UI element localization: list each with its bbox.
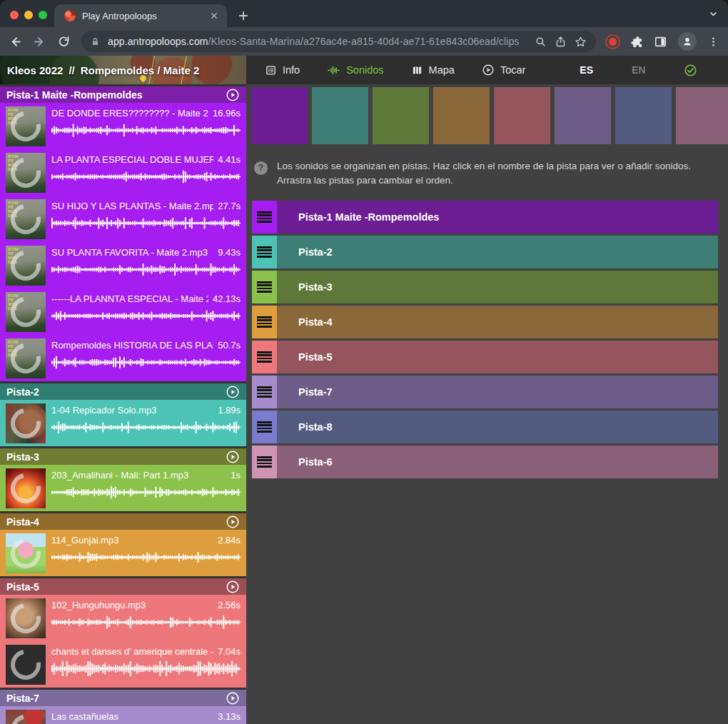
clip[interactable]: ROM PE MOL DESDE DONDE ERES???????? - Ma… <box>0 103 246 149</box>
clip-thumbnail <box>6 645 46 685</box>
clip-duration: 2.56s <box>218 600 241 610</box>
track-row-label: Pista-1 Maite -Rompemoldes <box>298 211 439 223</box>
drag-handle[interactable] <box>252 201 277 233</box>
tab-search-button[interactable] <box>707 8 719 20</box>
track-row-body[interactable]: Pista-5 <box>277 341 718 373</box>
clip[interactable]: ROM PE MOL DESSU PLANTA FAVORITA - Maite… <box>0 242 246 288</box>
clip[interactable]: 1-04 Repicador Solo.mp31.89s <box>0 400 246 446</box>
track-header[interactable]: Pista-5 <box>0 578 246 595</box>
track-row-body[interactable]: Pista-8 <box>277 411 718 443</box>
drag-handle[interactable] <box>252 306 277 338</box>
forward-button[interactable] <box>33 35 46 49</box>
url-bar[interactable]: app.antropoloops.com/Kleos-Santa-Marina/… <box>81 31 596 52</box>
clip-info: ------LA PLANNTA ESPECIAL - Maite 2.mp34… <box>51 293 241 304</box>
track-title: Pista-2 <box>6 386 39 398</box>
clip-duration: 42.13s <box>213 293 241 304</box>
breadcrumb[interactable]: Kleos 2022//Rompemoldes / Maite 2 <box>7 64 199 76</box>
track-play-button[interactable] <box>226 691 240 705</box>
extensions-icon[interactable] <box>630 35 643 49</box>
track-play-button[interactable] <box>226 580 240 594</box>
clip[interactable]: 102_Hunguhungu.mp32.56s <box>0 595 246 641</box>
track-play-button[interactable] <box>226 88 240 102</box>
tab-title: Play Antropoloops <box>82 11 202 21</box>
clip[interactable]: 203_Amalihani - Mali: Part 1.mp31s <box>0 465 246 511</box>
clip[interactable]: ROM PE MOL DESSU HIJO Y LAS PLANTAS - Ma… <box>0 196 246 242</box>
track-row[interactable]: Pista-4 <box>252 306 718 338</box>
track-row[interactable]: Pista-3 <box>252 271 718 303</box>
bookmark-star-icon[interactable] <box>575 36 587 48</box>
browser-tab[interactable]: Play Antropoloops <box>54 4 227 27</box>
tab-mapa[interactable]: Mapa <box>411 64 455 76</box>
side-panel-icon[interactable] <box>654 35 667 49</box>
track-row-body[interactable]: Pista-6 <box>277 446 718 478</box>
traffic-light-zoom[interactable] <box>39 11 47 19</box>
track-play-button[interactable] <box>226 385 240 399</box>
share-icon[interactable] <box>555 36 567 48</box>
track-row-label: Pista-2 <box>298 246 333 258</box>
breadcrumb-project[interactable]: Kleos 2022 <box>7 64 63 76</box>
track-row[interactable]: Pista-7 <box>252 376 718 408</box>
play-circle-icon <box>226 515 240 529</box>
track-section: Pista-21-04 Repicador Solo.mp31.89s <box>0 383 246 446</box>
thumbnail-text: ROM PE MOL DES <box>8 293 19 311</box>
clip-thumbnail: ROM PE MOL DES <box>6 106 46 146</box>
help-row: ? Los sonidos se organizan en pistas. Ha… <box>254 159 721 188</box>
track-header[interactable]: Pista-2 <box>0 383 246 400</box>
clip[interactable]: 114_Gunjai.mp32.84s <box>0 530 246 576</box>
track-section: Pista-5102_Hunguhungu.mp32.56schants et … <box>0 578 246 688</box>
clip[interactable]: Las castañuelas3.13s <box>0 706 246 724</box>
track-row-body[interactable]: Pista-4 <box>277 306 718 338</box>
track-row-body[interactable]: Pista-3 <box>277 271 718 303</box>
map-strip[interactable]: Kleos 2022//Rompemoldes / Maite 2 <box>0 56 246 84</box>
check-circle-icon <box>684 64 697 77</box>
back-button[interactable] <box>9 35 22 49</box>
thumbnail-text: ROM PE MOL DES <box>8 201 19 218</box>
track-row[interactable]: Pista-6 <box>252 446 718 478</box>
track-row[interactable]: Pista-2 <box>252 236 718 268</box>
track-header[interactable]: Pista-1 Maite -Rompemoldes <box>0 86 246 103</box>
drag-handle[interactable] <box>252 411 277 443</box>
tab-strip: Play Antropoloops <box>0 0 728 27</box>
zoom-page-icon[interactable] <box>535 36 547 48</box>
tab-tocar[interactable]: Tocar <box>482 64 525 76</box>
lang-en-button[interactable]: EN <box>632 64 645 76</box>
drag-handle[interactable] <box>252 446 277 478</box>
record-button[interactable] <box>609 38 617 46</box>
play-circle-icon <box>226 88 240 102</box>
reload-button[interactable] <box>57 35 71 49</box>
drag-handle[interactable] <box>252 236 277 268</box>
track-row-body[interactable]: Pista-2 <box>277 236 718 268</box>
clip-body: 203_Amalihani - Mali: Part 1.mp31s <box>51 468 241 511</box>
track-play-button[interactable] <box>226 515 240 529</box>
clip-info: 102_Hunguhungu.mp32.56s <box>51 600 241 610</box>
browser-menu-button[interactable] <box>707 36 719 48</box>
track-row[interactable]: Pista-1 Maite -Rompemoldes <box>252 201 718 233</box>
traffic-light-minimize[interactable] <box>24 11 33 19</box>
lang-es-button[interactable]: ES <box>580 64 593 76</box>
drag-handle[interactable] <box>252 341 277 373</box>
drag-handle[interactable] <box>252 376 277 408</box>
question-icon: ? <box>254 161 268 175</box>
track-clips: 102_Hunguhungu.mp32.56schants et danses … <box>0 595 246 688</box>
clip[interactable]: ROM PE MOL DES------LA PLANNTA ESPECIAL … <box>0 288 246 335</box>
tab-info[interactable]: Info <box>265 64 300 76</box>
clip[interactable]: ROM PE MOL DESRompemoldes HISTORIA DE LA… <box>0 335 246 381</box>
track-row[interactable]: Pista-5 <box>252 341 718 373</box>
tab-close-icon[interactable] <box>208 10 220 21</box>
traffic-light-close[interactable] <box>10 11 19 19</box>
drag-handle[interactable] <box>252 271 277 303</box>
new-tab-button[interactable] <box>237 9 250 22</box>
track-row-body[interactable]: Pista-7 <box>277 376 718 408</box>
clip[interactable]: chants et danses d' amerique centrale - … <box>0 641 246 688</box>
track-play-button[interactable] <box>226 450 240 464</box>
site-favicon-icon <box>64 10 76 21</box>
clip[interactable]: ROM PE MOL DESLA PLANTA ESPECIAL DOBLE M… <box>0 149 246 196</box>
track-header[interactable]: Pista-7 <box>0 690 246 706</box>
track-section: Pista-4114_Gunjai.mp32.84s <box>0 513 246 576</box>
tab-sonidos[interactable]: Sonidos <box>327 64 383 76</box>
profile-avatar[interactable] <box>678 32 697 51</box>
track-row-body[interactable]: Pista-1 Maite -Rompemoldes <box>277 201 718 233</box>
track-header[interactable]: Pista-4 <box>0 513 246 530</box>
track-header[interactable]: Pista-3 <box>0 448 246 465</box>
track-row[interactable]: Pista-8 <box>252 411 718 443</box>
